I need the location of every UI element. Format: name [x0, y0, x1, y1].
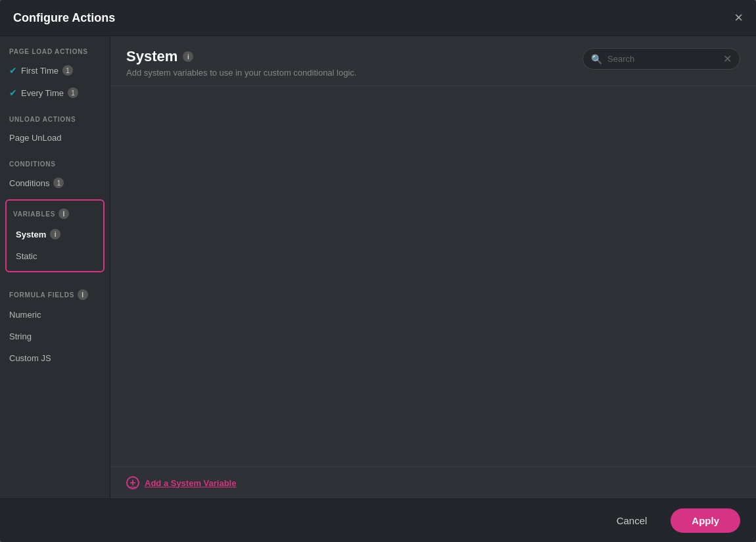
- sidebar-item-every-time[interactable]: ✔ Every Time 1: [0, 82, 110, 104]
- check-icon-every-time: ✔: [9, 87, 17, 98]
- formula-info-icon: i: [78, 289, 88, 300]
- close-button[interactable]: ×: [734, 11, 743, 25]
- sidebar-item-conditions[interactable]: Conditions 1: [0, 172, 110, 194]
- system-label: System: [16, 230, 46, 239]
- sidebar-item-custom-js[interactable]: Custom JS: [0, 347, 110, 369]
- variables-header: VARIABLES i: [7, 205, 103, 223]
- first-time-badge: 1: [62, 65, 73, 76]
- sidebar-item-page-unload[interactable]: Page UnLoad: [0, 127, 110, 149]
- content-title-area: System i Add system variables to use in …: [126, 48, 356, 78]
- page-unload-label: Page UnLoad: [9, 133, 62, 143]
- modal-title: Configure Actions: [13, 11, 115, 25]
- search-input[interactable]: [607, 54, 718, 64]
- content-subtitle: Add system variables to use in your cust…: [126, 68, 356, 78]
- check-icon-first-time: ✔: [9, 65, 17, 76]
- numeric-label: Numeric: [9, 310, 41, 320]
- custom-js-label: Custom JS: [9, 353, 51, 363]
- search-clear-icon[interactable]: ✕: [723, 53, 732, 65]
- variables-section: VARIABLES i System i Static: [5, 199, 105, 272]
- conditions-item-label: Conditions: [9, 178, 49, 188]
- conditions-badge: 1: [53, 178, 64, 188]
- system-info-icon: i: [50, 229, 60, 239]
- variables-info-icon: i: [59, 209, 69, 219]
- static-label: Static: [16, 251, 37, 261]
- content-header: System i Add system variables to use in …: [110, 36, 756, 86]
- add-variable-area: + Add a System Variable: [110, 466, 756, 499]
- modal-header: Configure Actions ×: [0, 0, 756, 36]
- sidebar-item-string[interactable]: String: [0, 326, 110, 347]
- main-content: System i Add system variables to use in …: [110, 36, 756, 499]
- add-variable-label: Add a System Variable: [145, 478, 236, 488]
- apply-button[interactable]: Apply: [671, 508, 740, 533]
- conditions-section-label: CONDITIONS: [0, 149, 110, 172]
- configure-actions-modal: Configure Actions × PAGE LOAD ACTIONS ✔ …: [0, 0, 756, 542]
- search-area: 🔍 ✕: [582, 48, 740, 70]
- modal-footer: Cancel Apply: [0, 499, 756, 542]
- content-title: System i: [126, 48, 356, 65]
- sidebar-item-static[interactable]: Static: [7, 245, 103, 267]
- sidebar-item-first-time[interactable]: ✔ First Time 1: [0, 59, 110, 82]
- sidebar-item-numeric[interactable]: Numeric: [0, 304, 110, 326]
- content-body: [110, 86, 756, 466]
- add-system-variable-button[interactable]: + Add a System Variable: [126, 476, 236, 489]
- string-label: String: [9, 332, 32, 341]
- modal-body: PAGE LOAD ACTIONS ✔ First Time 1 ✔ Every…: [0, 36, 756, 499]
- sidebar: PAGE LOAD ACTIONS ✔ First Time 1 ✔ Every…: [0, 36, 110, 499]
- every-time-badge: 1: [68, 87, 78, 98]
- sidebar-item-system[interactable]: System i: [7, 223, 103, 245]
- every-time-label: Every Time: [21, 88, 64, 98]
- search-icon: 🔍: [591, 54, 602, 64]
- variables-label: VARIABLES: [13, 210, 55, 218]
- formula-fields-label: FORMULA FIELDS i: [0, 278, 110, 304]
- content-info-icon: i: [183, 51, 193, 62]
- add-icon: +: [126, 476, 139, 489]
- unload-actions-label: UNLOAD ACTIONS: [0, 104, 110, 127]
- first-time-label: First Time: [21, 66, 59, 76]
- page-load-actions-label: PAGE LOAD ACTIONS: [0, 36, 110, 59]
- cancel-button[interactable]: Cancel: [603, 508, 661, 533]
